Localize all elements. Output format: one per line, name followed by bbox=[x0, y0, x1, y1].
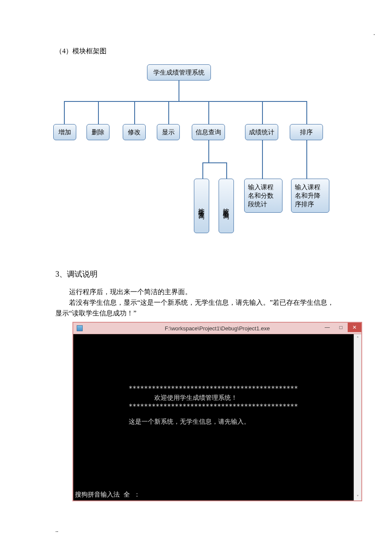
paragraph-2: 若没有学生信息，显示“这是一个新系统，无学生信息，请先输入。”若已存在学生信息，… bbox=[55, 298, 337, 319]
node-delete: 删除 bbox=[86, 124, 110, 140]
node-show: 显示 bbox=[157, 124, 180, 140]
node-root: 学生成绩管理系统 bbox=[147, 64, 211, 81]
connector bbox=[202, 162, 203, 179]
connector bbox=[134, 101, 135, 124]
node-add: 增加 bbox=[53, 124, 76, 140]
console-stars-top: ****************************************… bbox=[73, 384, 354, 393]
page-dot-top: . bbox=[374, 30, 375, 37]
console-stars-bottom: ****************************************… bbox=[73, 402, 354, 411]
node-modify: 修改 bbox=[123, 124, 146, 140]
node-query-by-id: 按学号查询 bbox=[194, 179, 209, 233]
minimize-button[interactable]: — bbox=[320, 323, 334, 332]
console-output: ****************************************… bbox=[73, 334, 354, 500]
node-sort-child: 输入课程名和升降序排序 bbox=[291, 179, 329, 213]
maximize-button[interactable]: □ bbox=[334, 323, 348, 332]
heading-4: （4）模块框架图 bbox=[55, 47, 337, 56]
scrollbar[interactable]: ˄ ˅ bbox=[354, 334, 361, 500]
connector bbox=[262, 140, 263, 179]
heading-3: 3、调试说明 bbox=[55, 269, 337, 279]
page-dot-bottom: .. bbox=[55, 527, 58, 534]
console-window: F:\workspace\Project1\Debug\Project1.exe… bbox=[72, 322, 362, 501]
node-query-by-id-text: 按学号查询 bbox=[197, 203, 206, 209]
connector bbox=[202, 162, 227, 163]
ime-status: 搜狗拼音输入法 全 ： bbox=[75, 491, 140, 499]
paragraph-1: 运行程序后，现出来一个简洁的主界面。 bbox=[55, 287, 337, 298]
window-title: F:\workspace\Project1\Debug\Project1.exe bbox=[73, 325, 361, 332]
connector bbox=[98, 101, 99, 124]
close-button[interactable]: ✕ bbox=[348, 323, 361, 332]
node-sort: 排序 bbox=[290, 124, 323, 140]
connector bbox=[208, 101, 209, 124]
connector bbox=[168, 101, 169, 124]
connector bbox=[226, 162, 227, 179]
connector bbox=[208, 140, 209, 162]
node-query-by-name-text: 按姓名查询 bbox=[222, 203, 231, 209]
connector bbox=[64, 101, 307, 102]
console-message: 这是一个新系统，无学生信息，请先输入。 bbox=[73, 417, 354, 426]
node-query: 信息查询 bbox=[192, 124, 225, 140]
connector bbox=[179, 81, 179, 101]
connector bbox=[64, 101, 65, 124]
app-icon bbox=[77, 325, 83, 331]
console-welcome: 欢迎使用学生成绩管理系统！ bbox=[73, 393, 354, 402]
connector bbox=[262, 101, 263, 124]
node-stats: 成绩统计 bbox=[245, 124, 278, 140]
node-stats-child: 输入课程名和分数段统计 bbox=[244, 179, 282, 213]
window-buttons: — □ ✕ bbox=[320, 323, 361, 332]
connector bbox=[306, 101, 307, 124]
connector bbox=[306, 140, 307, 179]
scroll-up-icon[interactable]: ˄ bbox=[354, 334, 361, 342]
node-query-by-name: 按姓名查询 bbox=[219, 179, 234, 233]
console-titlebar: F:\workspace\Project1\Debug\Project1.exe… bbox=[73, 323, 361, 334]
scroll-down-icon[interactable]: ˅ bbox=[354, 493, 361, 500]
module-diagram: 学生成绩管理系统 增加 删除 修改 显示 信息查询 成绩统计 排序 按学号查询 bbox=[53, 64, 337, 252]
